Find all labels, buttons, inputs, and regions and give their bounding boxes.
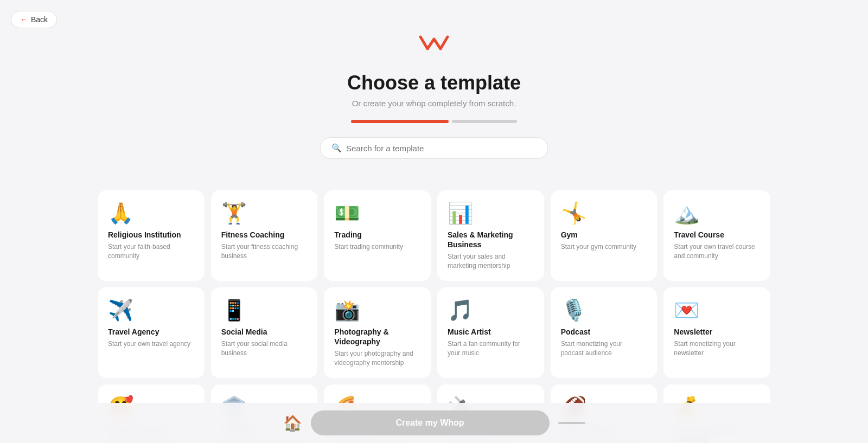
card-emoji-trading: 💵: [334, 203, 420, 223]
card-desc-social-media: Start your social media business: [221, 339, 308, 358]
card-desc-newsletter: Start monetizing your newsletter: [674, 339, 760, 358]
back-button[interactable]: ← Back: [11, 11, 57, 28]
template-card-photography-videography[interactable]: 📸 Photography & Videography Start your p…: [324, 287, 431, 378]
card-title-music-artist: Music Artist: [448, 327, 534, 337]
template-card-sales-marketing[interactable]: 📊 Sales & Marketing Business Start your …: [437, 190, 544, 281]
progress-filled: [351, 120, 449, 123]
card-desc-photography-videography: Start your photography and videography m…: [334, 349, 420, 368]
card-emoji-music-artist: 🎵: [448, 300, 534, 320]
card-emoji-sales-marketing: 📊: [448, 203, 534, 223]
house-emoji: 🏠: [283, 414, 302, 432]
template-card-travel-agency[interactable]: ✈️ Travel Agency Start your own travel a…: [98, 287, 205, 378]
card-title-travel-agency: Travel Agency: [108, 327, 194, 337]
card-title-travel-course: Travel Course: [674, 230, 760, 240]
card-desc-travel-course: Start your own travel course and communi…: [674, 242, 760, 261]
template-card-trading[interactable]: 💵 Trading Start trading community: [324, 190, 431, 281]
logo: [98, 33, 770, 56]
card-emoji-travel-agency: ✈️: [108, 300, 194, 320]
card-title-sales-marketing: Sales & Marketing Business: [448, 230, 534, 249]
card-title-newsletter: Newsletter: [674, 327, 760, 337]
card-emoji-fitness-coaching: 🏋️: [221, 203, 308, 223]
template-card-podcast[interactable]: 🎙️ Podcast Start monetizing your podcast…: [551, 287, 658, 378]
card-title-podcast: Podcast: [561, 327, 647, 337]
search-wrapper: 🔍: [320, 137, 548, 159]
divider-line: [558, 422, 585, 424]
main-container: Choose a template Or create your whop co…: [54, 0, 814, 443]
card-emoji-travel-course: 🏔️: [674, 203, 760, 223]
card-desc-trading: Start trading community: [334, 242, 420, 252]
back-label: Back: [31, 15, 48, 24]
card-desc-music-artist: Start a fan community for your music: [448, 339, 534, 358]
search-icon: 🔍: [331, 143, 342, 153]
card-title-social-media: Social Media: [221, 327, 308, 337]
card-emoji-podcast: 🎙️: [561, 300, 647, 320]
card-desc-podcast: Start monetizing your podcast audience: [561, 339, 647, 358]
page-header: Choose a template Or create your whop co…: [98, 0, 770, 190]
template-card-social-media[interactable]: 📱 Social Media Start your social media b…: [211, 287, 318, 378]
template-card-religious-institution[interactable]: 🙏 Religious Institution Start your faith…: [98, 190, 205, 281]
template-card-travel-course[interactable]: 🏔️ Travel Course Start your own travel c…: [663, 190, 770, 281]
template-card-newsletter[interactable]: 💌 Newsletter Start monetizing your newsl…: [663, 287, 770, 378]
template-card-gym[interactable]: 🤸 Gym Start your gym community: [551, 190, 658, 281]
create-button[interactable]: Create my Whop: [311, 410, 550, 435]
card-emoji-religious-institution: 🙏: [108, 203, 194, 223]
card-desc-sales-marketing: Start your sales and marketing mentorshi…: [448, 252, 534, 271]
back-arrow-icon: ←: [20, 15, 28, 24]
card-title-religious-institution: Religious Institution: [108, 230, 194, 240]
card-emoji-photography-videography: 📸: [334, 300, 420, 320]
progress-empty: [452, 120, 517, 123]
card-title-fitness-coaching: Fitness Coaching: [221, 230, 308, 240]
page-title: Choose a template: [98, 72, 770, 94]
card-emoji-newsletter: 💌: [674, 300, 760, 320]
card-desc-religious-institution: Start your faith-based community: [108, 242, 194, 261]
card-title-gym: Gym: [561, 230, 647, 240]
bottom-divider: [558, 422, 585, 424]
card-desc-gym: Start your gym community: [561, 242, 647, 252]
template-card-music-artist[interactable]: 🎵 Music Artist Start a fan community for…: [437, 287, 544, 378]
progress-bar: [98, 120, 770, 123]
search-bar: 🔍: [98, 137, 770, 159]
card-desc-travel-agency: Start your own travel agency: [108, 339, 194, 349]
card-emoji-social-media: 📱: [221, 300, 308, 320]
bottom-bar: 🏠 Create my Whop: [0, 403, 868, 443]
template-card-fitness-coaching[interactable]: 🏋️ Fitness Coaching Start your fitness c…: [211, 190, 318, 281]
page-subtitle: Or create your whop completely from scra…: [98, 99, 770, 108]
search-input[interactable]: [346, 144, 537, 153]
card-desc-fitness-coaching: Start your fitness coaching business: [221, 242, 308, 261]
card-title-trading: Trading: [334, 230, 420, 240]
bottom-extras: 🏠: [283, 414, 302, 432]
card-title-photography-videography: Photography & Videography: [334, 327, 420, 346]
card-emoji-gym: 🤸: [561, 203, 647, 223]
